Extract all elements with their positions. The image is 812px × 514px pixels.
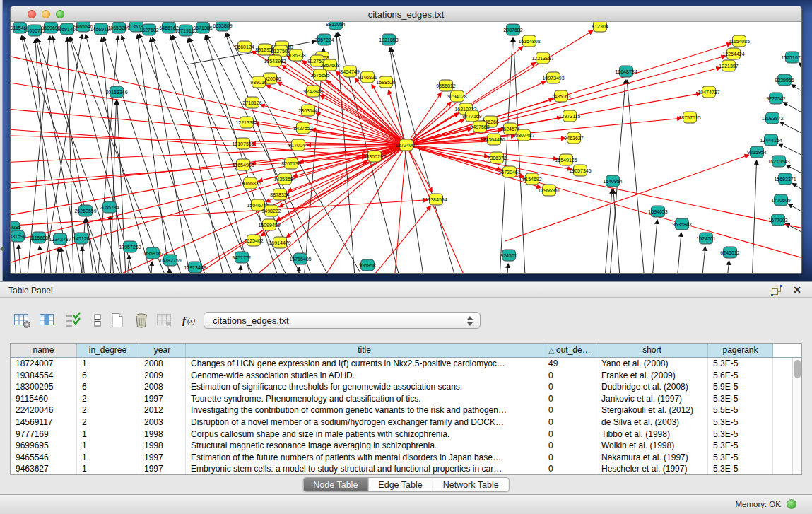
tab-network-table[interactable]: Network Table <box>433 478 509 491</box>
graph-node[interactable]: 2087682 <box>503 24 522 35</box>
column-header-short[interactable]: short <box>596 344 708 357</box>
graph-node[interactable]: 9227342 <box>766 93 785 104</box>
graph-node[interactable]: 8454749 <box>340 66 359 77</box>
graph-node[interactable]: 16914479 <box>269 237 290 248</box>
scrollbar-thumb[interactable] <box>794 360 801 378</box>
table-row[interactable]: 946362711997Embryonic stem cells: a mode… <box>11 463 792 474</box>
graph-node[interactable]: 1921853 <box>379 34 398 45</box>
graph-node[interactable]: 20153346 <box>105 86 127 98</box>
graph-node[interactable]: 15692371 <box>774 173 796 185</box>
network-view-canvas[interactable]: 1872400718300295193845548660124891295413… <box>11 22 801 273</box>
graph-node[interactable]: 1770609 <box>771 194 790 206</box>
table-row[interactable]: 977716911998Corpus callosum shape and si… <box>11 428 792 440</box>
table-row[interactable]: 1938455462009Genome-wide association stu… <box>11 370 792 382</box>
graph-node[interactable]: 8267130 <box>281 158 300 169</box>
table-vertical-scrollbar[interactable] <box>792 358 801 474</box>
citation-network-graph[interactable]: 1872400718300295193845548660124891295413… <box>11 22 801 273</box>
graph-node[interactable]: 8427552 <box>293 122 312 134</box>
graph-node[interactable]: 812304 <box>592 22 608 32</box>
left-splitter-strip[interactable] <box>0 0 3 281</box>
graph-node[interactable]: 8813054 <box>326 22 345 30</box>
graph-node[interactable]: 18757515 <box>678 112 700 123</box>
table-selector-dropdown[interactable]: citations_edges.txt <box>204 312 481 329</box>
graph-node[interactable]: 9671385 <box>193 22 212 33</box>
graph-node[interactable]: 7625402 <box>244 235 263 246</box>
graph-node[interactable]: 15751074 <box>781 52 801 63</box>
graph-node[interactable]: 1221397 <box>719 60 738 71</box>
graph-node[interactable]: 1677003 <box>768 214 787 226</box>
graph-node[interactable]: 9146821 <box>358 71 377 83</box>
splitter-collapse-icon[interactable] <box>0 246 4 252</box>
graph-node[interactable]: 25260559 <box>74 205 96 216</box>
table-row[interactable]: 969969511998Structural magnetic resonanc… <box>11 440 792 452</box>
network-window[interactable]: citations_edges.txt 18724007183002951938… <box>10 6 802 274</box>
table-row[interactable]: 1872400712008Changes of HCN gene express… <box>11 358 792 370</box>
graph-node[interactable]: 12342737 <box>49 233 71 245</box>
table-row[interactable]: 911546021997Tourette syndrome. Phenomeno… <box>11 393 792 405</box>
table-panel-titlebar[interactable]: Table Panel ✕ <box>0 281 812 298</box>
column-header-year[interactable]: year <box>139 344 186 357</box>
close-panel-icon[interactable]: ✕ <box>791 285 804 296</box>
graph-node[interactable]: 1115688 <box>30 232 48 243</box>
graph-node[interactable]: 12973115 <box>559 110 581 122</box>
graph-node[interactable]: 1624501 <box>696 233 715 244</box>
table-body[interactable]: 1872400712008Changes of HCN gene express… <box>11 358 792 474</box>
graph-node[interactable]: 9329966 <box>775 74 794 86</box>
column-header-name[interactable]: name <box>11 344 77 357</box>
tab-edge-table[interactable]: Edge Table <box>368 478 433 491</box>
graph-node[interactable]: 9463627 <box>564 132 583 144</box>
graph-node[interactable]: 9556812 <box>436 80 455 91</box>
graph-node[interactable]: 11154085 <box>729 35 750 47</box>
graph-node[interactable]: 12254424 <box>722 48 744 59</box>
graph-node[interactable]: 10966951 <box>538 185 560 196</box>
graph-node[interactable]: 15716485 <box>289 253 311 264</box>
graph-node[interactable]: 935858 <box>359 259 375 271</box>
graph-node[interactable]: 16648784 <box>615 66 637 77</box>
graph-node[interactable]: 1588520 <box>376 76 395 88</box>
column-header-pagerank[interactable]: pagerank <box>708 344 773 357</box>
graph-node[interactable]: 9794028 <box>447 90 466 102</box>
graph-node[interactable]: 9636843 <box>672 218 691 230</box>
graph-node[interactable]: 145120 <box>73 233 89 244</box>
graph-node[interactable]: 16782759 <box>159 255 181 266</box>
graph-node[interactable]: 1640954 <box>603 175 622 187</box>
graph-node[interactable]: 7357224 <box>314 34 334 45</box>
graph-node[interactable]: 19057345 <box>569 165 591 176</box>
select-mode-icon[interactable] <box>64 310 83 330</box>
graph-node[interactable]: 9170044 <box>288 139 307 151</box>
graph-node[interactable]: 12213987 <box>531 52 553 64</box>
graph-node[interactable]: 8878334 <box>270 189 289 200</box>
graph-node[interactable]: 6653809 <box>213 22 232 31</box>
row-height-icon[interactable] <box>88 310 107 330</box>
table-row[interactable]: 946554611997Estimation of the future num… <box>11 452 792 464</box>
table-row[interactable]: 1830029562008Estimation of significance … <box>11 381 792 393</box>
table-mode-icon[interactable] <box>13 310 33 330</box>
column-header-outde[interactable]: △out_de… <box>543 344 596 357</box>
graph-node[interactable]: 1527602 <box>139 24 158 35</box>
table-row[interactable]: 2242004622012Investigating the contribut… <box>11 404 792 416</box>
graph-node[interactable]: 9215954 <box>747 146 766 158</box>
table-row[interactable]: 1456911722003Disruption of a novel membe… <box>11 416 792 428</box>
graph-node[interactable]: 1694653 <box>648 206 667 217</box>
graph-node[interactable]: 17957253 <box>119 241 141 252</box>
graph-node[interactable]: 9498222 <box>261 205 281 216</box>
graph-node[interactable]: 6245012 <box>720 247 739 258</box>
graph-node[interactable]: 8186328 <box>286 49 305 61</box>
show-columns-icon[interactable] <box>38 310 58 330</box>
tab-node-table[interactable]: Node Table <box>303 478 368 491</box>
float-window-icon[interactable] <box>771 285 784 296</box>
network-window-titlebar[interactable]: citations_edges.txt <box>11 6 801 22</box>
delete-columns-icon[interactable] <box>131 310 151 330</box>
graph-node[interactable]: 16154808 <box>518 35 540 47</box>
graph-node[interactable]: 15549125 <box>555 154 577 165</box>
graph-node[interactable]: 15720461 <box>498 166 520 177</box>
function-builder-icon[interactable]: f(x) <box>181 310 201 330</box>
column-header-title[interactable]: title <box>186 344 543 357</box>
graph-node[interactable]: 10474737 <box>698 86 719 98</box>
graph-node[interactable]: 924501 <box>500 250 517 261</box>
new-column-icon[interactable] <box>107 310 127 330</box>
graph-node[interactable]: 8660124 <box>235 41 254 52</box>
graph-node[interactable]: 2718126 <box>242 97 261 108</box>
column-header-indegree[interactable]: in_degree <box>77 344 139 357</box>
graph-node[interactable]: 939016 <box>250 76 266 88</box>
